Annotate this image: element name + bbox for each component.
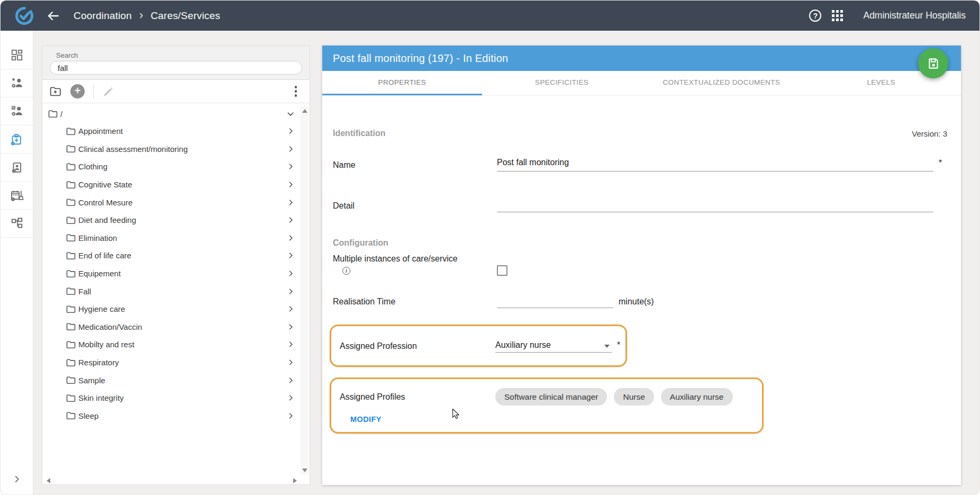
breadcrumb-section[interactable]: Coordination — [74, 10, 132, 22]
scroll-down-arrow-icon[interactable] — [302, 469, 307, 472]
tab-specificities[interactable]: SPECIFICITIES — [482, 71, 642, 95]
chevron-right-icon[interactable] — [286, 286, 296, 296]
tree-toolbar: + — [42, 80, 310, 103]
search-label: Search — [56, 51, 302, 59]
sidebar-item-profiles[interactable] — [1, 154, 33, 182]
card-header: Post fall monitoring (197) - In Edition — [322, 46, 961, 71]
save-button[interactable] — [918, 48, 948, 78]
tree-folder-row[interactable]: Cognitive State — [42, 176, 310, 194]
folder-icon — [66, 339, 76, 350]
vertical-scrollbar[interactable] — [301, 106, 308, 475]
folder-icon — [48, 109, 58, 119]
icon-rail — [1, 31, 33, 494]
care-services-catalog-icon — [10, 132, 24, 147]
multiple-instances-label: Multiple instances of care/service — [333, 254, 497, 264]
scroll-right-arrow-icon[interactable] — [293, 478, 297, 483]
tree-more-menu[interactable] — [293, 84, 300, 99]
tree-folder-row[interactable]: Appointment — [42, 122, 310, 140]
assigned-profiles-highlight: Assigned Profiles Software clinical mana… — [330, 377, 764, 434]
horizontal-scrollbar[interactable] — [46, 478, 298, 485]
top-bar: Coordination › Cares/Services ? Administ… — [1, 1, 979, 31]
tree-folder-row[interactable]: End of life care — [42, 247, 310, 265]
user-menu[interactable]: Administrateur Hospitalis — [863, 10, 966, 21]
edit-button-disabled[interactable] — [102, 85, 115, 98]
breadcrumb-page[interactable]: Cares/Services — [151, 10, 221, 22]
chevron-right-icon[interactable] — [286, 179, 296, 190]
modify-button[interactable]: MODIFY — [350, 415, 382, 424]
chevron-right-icon[interactable] — [286, 197, 296, 208]
tree-folder-label: Mobilty and rest — [78, 340, 134, 349]
chevron-right-icon[interactable] — [286, 215, 296, 225]
chevron-right-icon[interactable] — [286, 304, 296, 314]
folder-icon — [66, 197, 76, 208]
sidebar-item-user-roles[interactable] — [1, 69, 33, 97]
sidebar-item-hierarchy[interactable] — [1, 210, 33, 238]
sidebar-item-planning-config[interactable] — [1, 182, 33, 210]
sidebar-item-care-services[interactable] — [1, 125, 33, 154]
chevron-right-icon[interactable] — [286, 411, 296, 421]
assigned-profession-select[interactable]: Auxiliary nurse — [495, 340, 612, 353]
tree-folder-row[interactable]: Clothing — [42, 158, 310, 176]
tree-folder-label: Diet and feeding — [78, 215, 136, 224]
chevron-right-icon[interactable] — [286, 126, 296, 136]
realisation-time-row: Realisation Time minute(s) — [333, 294, 947, 308]
identification-header-row: Identification Version: 3 — [333, 129, 947, 138]
expand-rail-button[interactable] — [1, 473, 33, 485]
info-icon[interactable]: i — [342, 267, 350, 275]
name-required-marker: * — [933, 158, 947, 172]
folder-icon — [66, 357, 76, 368]
folder-icon — [66, 286, 76, 296]
tree-folder-row[interactable]: Sample — [42, 371, 310, 389]
detail-input[interactable] — [497, 199, 933, 212]
multiple-instances-checkbox[interactable] — [497, 265, 507, 276]
dashboard-icon — [10, 48, 24, 62]
back-arrow-icon[interactable] — [46, 9, 60, 23]
tree-folder-row[interactable]: Sleep — [42, 407, 310, 425]
tab-properties[interactable]: PROPERTIES — [322, 71, 482, 95]
search-section: Search — [42, 46, 310, 80]
tree-area: / Appointment Clinical assessment/monito… — [42, 105, 310, 487]
tree-folder-row[interactable]: Diet and feeding — [42, 211, 310, 229]
tree-folder-row[interactable]: Equipement — [42, 265, 310, 283]
scroll-left-arrow-icon[interactable] — [47, 478, 50, 483]
realisation-time-input[interactable] — [497, 294, 613, 308]
chevron-right-icon[interactable] — [286, 233, 296, 243]
tree-folder-row[interactable]: Skin integrity — [42, 389, 310, 407]
chevron-right-icon[interactable] — [286, 322, 296, 332]
chevron-right-icon[interactable] — [286, 339, 296, 349]
tree-root-row[interactable]: / — [42, 105, 310, 122]
scroll-up-arrow-icon[interactable] — [302, 109, 307, 113]
tab-contextualized-documents[interactable]: CONTEXTUALIZED DOCUMENTS — [642, 71, 802, 95]
chevron-right-icon[interactable] — [286, 357, 296, 367]
chevron-right-icon[interactable] — [286, 268, 296, 278]
chevron-right-icon[interactable] — [286, 144, 296, 154]
search-input[interactable] — [50, 61, 302, 75]
sidebar-item-user-tasks[interactable] — [1, 97, 33, 125]
add-folder-button[interactable] — [49, 85, 62, 98]
add-item-button[interactable]: + — [70, 84, 85, 98]
profile-chip: Nurse — [614, 388, 654, 406]
tree-folder-row[interactable]: Control Mesure — [42, 193, 310, 211]
tree-folder-row[interactable]: Elimination — [42, 229, 310, 247]
tree-folder-row[interactable]: Mobilty and rest — [42, 336, 310, 354]
chevron-right-icon[interactable] — [286, 250, 296, 260]
tree-folder-row[interactable]: Respiratory — [42, 354, 310, 372]
help-icon[interactable]: ? — [809, 10, 821, 22]
chevron-right-icon[interactable] — [286, 161, 296, 172]
chevron-right-icon — [11, 473, 23, 485]
save-icon — [927, 57, 940, 70]
apps-grid-icon[interactable] — [832, 10, 843, 21]
folder-plus-icon — [49, 85, 62, 98]
caret-down-icon — [604, 345, 610, 348]
tree-folder-row[interactable]: Hygiene care — [42, 300, 310, 318]
folder-icon — [66, 375, 76, 385]
tree-folder-row[interactable]: Fall — [42, 282, 310, 300]
chevron-right-icon[interactable] — [286, 375, 296, 385]
name-input[interactable]: Post fall monitoring — [497, 158, 933, 172]
chevron-down-icon[interactable] — [285, 109, 296, 119]
chevron-right-icon[interactable] — [286, 393, 296, 403]
tree-folder-label: Hygiene care — [78, 304, 125, 313]
sidebar-item-dashboard[interactable] — [1, 41, 33, 69]
tree-folder-row[interactable]: Clinical assessment/monitoring — [42, 140, 310, 158]
tree-folder-row[interactable]: Medication/Vaccin — [42, 318, 310, 336]
